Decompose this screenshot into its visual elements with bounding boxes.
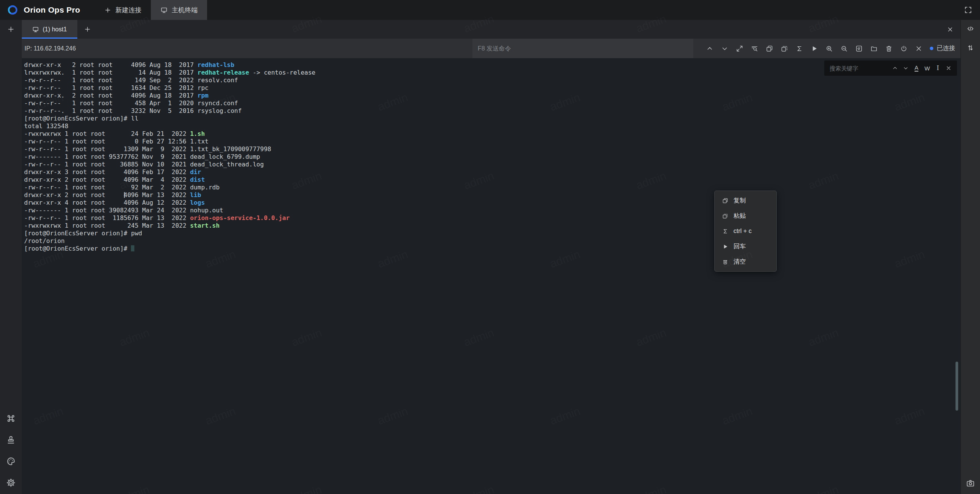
context-menu-label: 回车 — [733, 243, 746, 251]
connected-dot — [930, 47, 933, 50]
search-whole-word-button[interactable]: W — [922, 63, 933, 73]
settings-icon — [6, 478, 16, 488]
add-terminal-button[interactable] — [77, 20, 97, 39]
terminal-tab-host1[interactable]: (1) host1 — [22, 20, 77, 39]
command-input[interactable] — [472, 39, 693, 58]
context-menu-item-sigma[interactable]: ctrl + c — [715, 223, 776, 239]
paste-icon — [781, 45, 788, 52]
find-icon — [751, 45, 758, 52]
terminal-line: -rw-r--r-- 1 root root 458 Apr 1 2020 rs… — [24, 99, 960, 107]
toolbar-sigma-button[interactable] — [792, 39, 807, 58]
connection-status-label: 已连接 — [937, 44, 955, 52]
topbar-spacer — [207, 0, 962, 20]
toolbar-play-button[interactable] — [807, 39, 822, 58]
copy-icon — [722, 197, 728, 204]
terminal-line: drwxr-xr-x 2 root root 4096 Mar 13 2022 … — [24, 191, 960, 199]
left-sidebar — [0, 20, 22, 494]
topbar-tab-new-connection[interactable]: 新建连接 — [95, 0, 151, 20]
scrollbar-thumb[interactable] — [956, 362, 958, 411]
close-icon — [915, 45, 923, 52]
fullscreen-icon — [964, 6, 972, 14]
search-buttons: AWI — [890, 63, 954, 73]
search-chevron-up-button[interactable] — [890, 63, 900, 73]
code-icon — [966, 24, 975, 33]
search-regex-button[interactable]: I — [933, 63, 943, 73]
search-chevron-down-button[interactable] — [900, 63, 911, 73]
toolbar-paste-button[interactable] — [777, 39, 792, 58]
terminal-line: -rw------- 1 root root 39082493 Mar 24 2… — [24, 207, 960, 214]
toolbar-zoom-in-button[interactable] — [822, 39, 836, 58]
toolbar-trash-button[interactable] — [881, 39, 896, 58]
rail-swap-vertical-button[interactable] — [966, 44, 975, 53]
terminal-cursor — [131, 245, 134, 251]
sigma-icon — [795, 45, 803, 52]
plus-icon — [84, 26, 91, 33]
toolbar-zoom-out-button[interactable] — [836, 39, 851, 58]
code-block-icon — [855, 45, 863, 52]
right-sidebar-slot — [961, 20, 980, 39]
fullscreen-button[interactable] — [962, 4, 974, 16]
terminal-toolbar: 已连接 — [702, 39, 957, 58]
terminal-line: -rw-r--r-- 1 root root 92 Mar 2 2022 dum… — [24, 184, 960, 191]
right-sidebar-top — [961, 20, 980, 58]
context-menu-item-clear[interactable]: 清空 — [715, 254, 776, 269]
search-panel: AWI — [824, 60, 957, 76]
sidebar-settings-button[interactable] — [6, 478, 16, 489]
terminal-line: -rw-r--r-- 1 root root 149 Sep 2 2022 re… — [24, 77, 960, 84]
app-logo-icon — [6, 0, 19, 20]
terminal-line: -rw-r--r-- 1 root root 1634 Dec 25 2012 … — [24, 84, 960, 92]
context-menu: 复制粘贴ctrl + c回车清空 — [714, 191, 777, 272]
search-match-case-button[interactable]: A — [911, 63, 922, 73]
terminal-line: [root@OrionEcsServer orion]# pwd — [24, 230, 960, 237]
context-menu-item-play[interactable]: 回车 — [715, 239, 776, 254]
screenshot-icon — [966, 479, 975, 488]
palette-icon — [6, 456, 16, 466]
play-icon — [810, 45, 818, 52]
sidebar-command-button[interactable] — [6, 413, 16, 425]
connection-status: 已连接 — [930, 44, 955, 52]
toolbar-folder-button[interactable] — [866, 39, 881, 58]
right-sidebar — [960, 20, 980, 494]
close-all-tabs-button[interactable] — [944, 24, 956, 35]
monitor-icon — [32, 26, 39, 33]
context-menu-label: ctrl + c — [733, 228, 752, 235]
toolbar-close-button[interactable] — [911, 39, 926, 58]
session-header: IP: 116.62.194.246 已连接 — [22, 39, 960, 58]
search-input[interactable] — [829, 65, 890, 72]
terminal-line: [root@OrionEcsServer orion]# ll — [24, 115, 960, 122]
topbar-tab-host-terminal[interactable]: 主机终端 — [151, 0, 207, 20]
rail-code-button[interactable] — [966, 24, 975, 34]
sidebar-stamp-button[interactable] — [6, 435, 16, 446]
toolbar-copy-button[interactable] — [762, 39, 777, 58]
left-sidebar-icons — [6, 413, 16, 494]
toolbar-find-button[interactable] — [747, 39, 762, 58]
main-area: (1) host1 IP: 116.62.194.246 已连接 drwxr-x… — [22, 20, 960, 494]
sidebar-palette-button[interactable] — [6, 456, 16, 468]
toolbar-code-block-button[interactable] — [851, 39, 866, 58]
context-menu-item-copy[interactable]: 复制 — [715, 193, 776, 208]
terminal-line: [root@OrionEcsServer orion]# — [24, 245, 960, 253]
monitor-icon — [160, 7, 168, 14]
rail-screenshot-button[interactable] — [966, 479, 975, 489]
terminal-line: total 132548 — [24, 122, 960, 130]
folder-icon — [870, 45, 878, 52]
terminal-line: drwxr-xr-x. 2 root root 4096 Aug 18 2017… — [24, 92, 960, 99]
command-icon — [6, 413, 16, 424]
context-menu-item-paste[interactable]: 粘贴 — [715, 208, 776, 223]
toolbar-chevron-up-button[interactable] — [702, 39, 717, 58]
right-sidebar-bottom — [966, 479, 975, 494]
toolbar-power-button[interactable] — [896, 39, 911, 58]
chevron-down-icon — [721, 45, 728, 52]
new-tab-button[interactable] — [0, 20, 22, 39]
ip-address-label: IP: 116.62.194.246 — [24, 45, 76, 52]
plus-icon — [104, 7, 111, 14]
copy-icon — [766, 45, 773, 52]
toolbar-fit-screen-button[interactable] — [732, 39, 747, 58]
toolbar-chevron-down-button[interactable] — [717, 39, 732, 58]
search-close-button[interactable] — [943, 63, 954, 73]
whole-word-icon: W — [924, 65, 930, 71]
swap-vertical-icon — [966, 44, 975, 52]
chevron-up-icon — [892, 65, 898, 71]
terminal[interactable]: drwxr-xr-x 2 root root 4096 Aug 18 2017 … — [22, 58, 960, 494]
close-icon — [946, 65, 952, 71]
